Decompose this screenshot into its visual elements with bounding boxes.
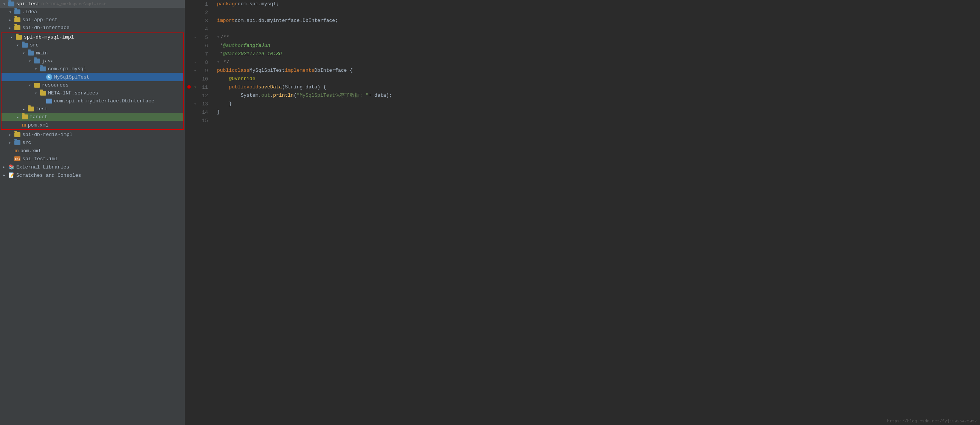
line-num-5: 5: [197, 35, 211, 40]
code-text-area[interactable]: package com.spi.mysql; import com.spi.db…: [211, 0, 980, 425]
tree-item-idea[interactable]: .idea: [0, 8, 185, 16]
arrow-spi-db-mysql-impl: [11, 35, 16, 40]
gutter-line-10: 10: [185, 75, 211, 83]
tree-item-java[interactable]: java: [2, 57, 183, 65]
code-line-2: [217, 8, 980, 17]
arrow-redis-impl: [9, 133, 14, 137]
watermark: https://blog.csdn.net/fyj13925475957: [887, 419, 977, 423]
label-main: main: [36, 50, 48, 56]
tree-item-target[interactable]: target: [2, 113, 183, 121]
red-outline-box: spi-db-mysql-impl src main java com.spi.…: [1, 32, 184, 130]
token-9-1: public: [217, 67, 235, 75]
label-src-root: src: [22, 140, 31, 146]
code-line-10: @Override: [217, 75, 980, 83]
file-icon-dbinterface: [46, 98, 52, 103]
code-editor: 1 2 3 4 ▾ 5 6 7: [185, 0, 980, 425]
ext-lib-icon: 📚: [8, 164, 14, 170]
token-12-7: + data);: [369, 91, 392, 100]
tree-item-scratches-consoles[interactable]: 📝 Scratches and Consoles: [0, 171, 185, 179]
label-spi-db-redis-impl: spi-db-redis-impl: [22, 132, 73, 138]
tree-item-pom-xml-impl[interactable]: m pom.xml: [2, 121, 183, 129]
arrow-spi-db-interface: [9, 26, 14, 30]
folder-icon-spi-db-mysql-impl: [16, 35, 22, 40]
arrow-com-spi-mysql: [35, 67, 40, 71]
line-num-13: 13: [197, 101, 211, 107]
tree-item-com-spi-mysql[interactable]: com.spi.mysql: [2, 65, 183, 73]
token-7-3: 2021/7/29 10:36: [238, 50, 282, 58]
folder-icon-main: [28, 51, 34, 56]
line-num-10: 10: [197, 76, 211, 82]
token-6-1: *: [217, 41, 223, 50]
label-spi-app-test: spi-app-test: [22, 17, 58, 23]
token-9-5: DbInterface {: [314, 67, 352, 75]
folder-icon-target: [22, 114, 28, 119]
line-num-11: 11: [197, 85, 211, 90]
tree-item-spi-test[interactable]: spi-test D:\IDEA_workspace\spi-test: [0, 0, 185, 8]
tree-item-spi-test-iml[interactable]: iml spi-test.iml: [0, 155, 185, 163]
line-num-1: 1: [197, 2, 211, 7]
code-line-15: [217, 116, 980, 125]
folder-icon-spi-db-interface: [14, 25, 21, 30]
label-spi-test-iml: spi-test.iml: [22, 156, 58, 162]
line-num-8: 8: [197, 60, 211, 65]
label-scratches-consoles: Scratches and Consoles: [16, 173, 81, 178]
tree-item-external-libraries[interactable]: 📚 External Libraries: [0, 163, 185, 171]
gutter-line-13: ▾ 13: [185, 100, 211, 108]
tree-item-src-root[interactable]: src: [0, 139, 185, 147]
tree-item-spi-db-interface[interactable]: spi-db-interface: [0, 24, 185, 32]
arrow-test: [23, 107, 28, 111]
tree-item-meta-inf[interactable]: META-INF.services: [2, 89, 183, 97]
folder-icon-redis-impl: [14, 132, 21, 137]
label-MySqlSpiTest: MySqlSpiTest: [54, 75, 90, 80]
code-line-4: [217, 25, 980, 33]
gutter-line-6: 6: [185, 41, 211, 50]
folder-icon-resources: [34, 83, 40, 88]
label-meta-inf: META-INF.services: [48, 90, 98, 96]
token-6-2: @author: [223, 41, 244, 50]
label-external-libraries: External Libraries: [16, 164, 69, 170]
line-num-12: 12: [197, 93, 211, 98]
tree-item-spi-db-redis-impl[interactable]: spi-db-redis-impl: [0, 131, 185, 139]
code-line-8: ▾ */: [217, 58, 980, 67]
tree-item-MySqlSpiTest[interactable]: C MySqlSpiTest: [2, 73, 183, 81]
code-line-12: System.out.println("MySqlSpiTest保存了数据: "…: [217, 91, 980, 100]
gutter-line-11: ▾ 11: [185, 83, 211, 91]
tree-item-resources[interactable]: resources: [2, 81, 183, 89]
token-10-2: @Override: [229, 75, 255, 83]
arrow-idea: [9, 10, 14, 14]
line-num-9: 9: [197, 68, 211, 74]
label-target: target: [30, 114, 48, 120]
token-14-1: }: [217, 108, 220, 116]
tree-item-spi-app-test[interactable]: spi-app-test: [0, 16, 185, 24]
fold-area-8[interactable]: ▾: [193, 60, 197, 65]
fold-area-5[interactable]: ▾: [193, 35, 197, 40]
line-num-14: 14: [197, 109, 211, 115]
gutter-line-4: 4: [185, 25, 211, 33]
file-tree[interactable]: spi-test D:\IDEA_workspace\spi-test .ide…: [0, 0, 185, 425]
code-line-9: public class MySqlSpiTest implements DbI…: [217, 67, 980, 75]
tree-item-src[interactable]: src: [2, 41, 183, 49]
tree-item-test[interactable]: test: [2, 105, 183, 113]
gutter-line-7: 7: [185, 50, 211, 58]
breakpoint-dot-11: [187, 85, 191, 89]
arrow-target: [17, 115, 22, 119]
tree-item-pom-xml-root[interactable]: m pom.xml: [0, 147, 185, 155]
gutter-line-8: ▾ 8: [185, 58, 211, 67]
tree-item-main[interactable]: main: [2, 49, 183, 57]
fold-area-9[interactable]: ▾: [193, 69, 197, 73]
folder-icon-idea: [14, 10, 21, 14]
tree-item-dbinterface-file[interactable]: com.spi.db.myinterface.DbInterface: [2, 97, 183, 105]
line-num-6: 6: [197, 43, 211, 49]
folder-icon-spi-app-test: [14, 17, 21, 22]
code-line-7: * @date 2021/7/29 10:36: [217, 50, 980, 58]
tree-item-spi-db-mysql-impl[interactable]: spi-db-mysql-impl: [2, 33, 183, 41]
code-line-1: package com.spi.mysql;: [217, 0, 980, 8]
token-12-0: [217, 91, 240, 100]
label-pom-xml-root: pom.xml: [21, 148, 41, 154]
breakpoint-area-11[interactable]: [185, 85, 193, 90]
token-12-2: out: [261, 91, 270, 100]
fold-area-13[interactable]: ▾: [193, 102, 197, 106]
gutter-line-2: 2: [185, 8, 211, 17]
line-num-7: 7: [197, 51, 211, 57]
arrow-scratches: [3, 173, 8, 178]
